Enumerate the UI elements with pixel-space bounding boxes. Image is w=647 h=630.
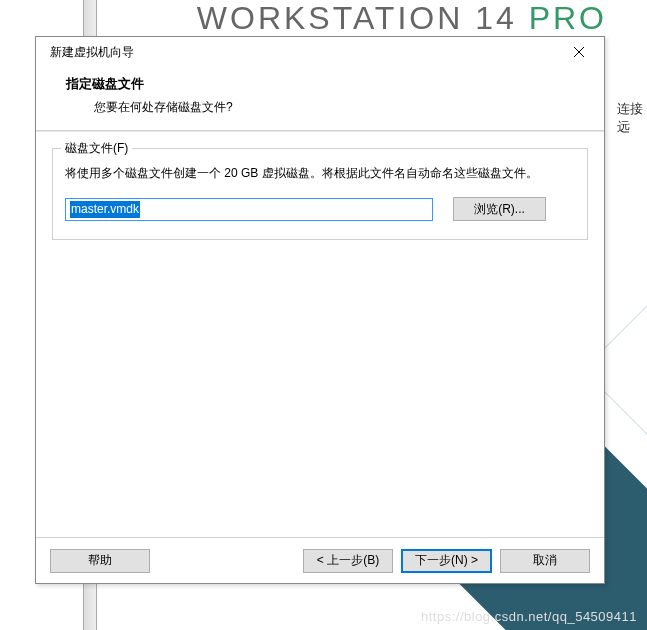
wizard-dialog: 新建虚拟机向导 指定磁盘文件 您要在何处存储磁盘文件? 磁盘文件(F) 将使用多… [35, 36, 605, 584]
fieldset-description: 将使用多个磁盘文件创建一个 20 GB 虚拟磁盘。将根据此文件名自动命名这些磁盘… [65, 163, 575, 183]
dialog-footer: 帮助 < 上一步(B) 下一步(N) > 取消 [36, 537, 604, 583]
fieldset-legend: 磁盘文件(F) [61, 140, 132, 157]
next-button[interactable]: 下一步(N) > [401, 549, 492, 573]
disk-file-fieldset: 磁盘文件(F) 将使用多个磁盘文件创建一个 20 GB 虚拟磁盘。将根据此文件名… [52, 148, 588, 240]
header-title: 指定磁盘文件 [66, 75, 574, 93]
bg-product-title: WORKSTATION 14 PRO [0, 0, 647, 37]
browse-button[interactable]: 浏览(R)... [453, 197, 546, 221]
back-button[interactable]: < 上一步(B) [303, 549, 393, 573]
titlebar: 新建虚拟机向导 [36, 37, 604, 67]
watermark-text: https://blog.csdn.net/qq_54509411 [421, 609, 637, 624]
help-button[interactable]: 帮助 [50, 549, 150, 573]
header-subtitle: 您要在何处存储磁盘文件? [66, 99, 574, 116]
product-name: WORKSTATION 14 [197, 0, 517, 36]
header-divider [36, 130, 604, 132]
close-icon [574, 47, 584, 57]
bg-side-text: 连接远 [617, 100, 647, 500]
cancel-button[interactable]: 取消 [500, 549, 590, 573]
dialog-header: 指定磁盘文件 您要在何处存储磁盘文件? [36, 67, 604, 130]
file-input-row: master.vmdk 浏览(R)... [65, 197, 575, 221]
disk-file-input[interactable]: master.vmdk [65, 198, 433, 221]
close-button[interactable] [564, 41, 594, 63]
disk-file-value: master.vmdk [70, 201, 140, 218]
content-area: 磁盘文件(F) 将使用多个磁盘文件创建一个 20 GB 虚拟磁盘。将根据此文件名… [36, 148, 604, 537]
product-suffix: PRO [529, 0, 607, 36]
dialog-title: 新建虚拟机向导 [50, 44, 134, 61]
